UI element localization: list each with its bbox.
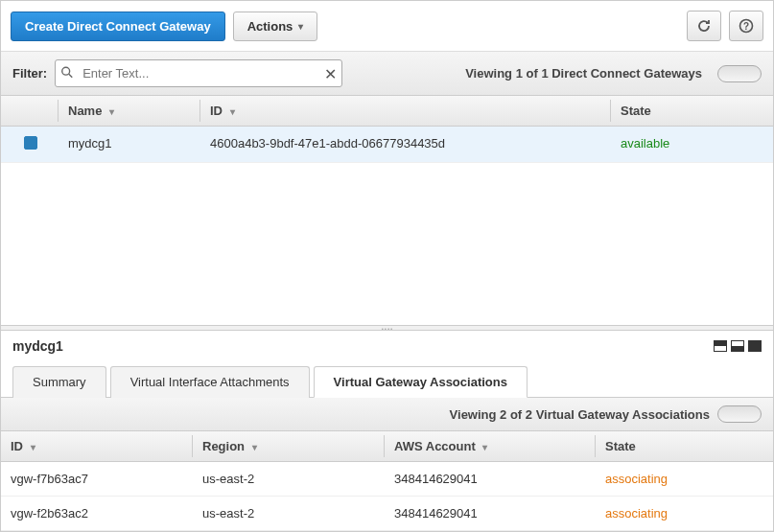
tab-virtual-gateway-associations[interactable]: Virtual Gateway Associations <box>314 366 528 398</box>
row-id: 4600a4b3-9bdf-47e1-abdd-06677934435d <box>200 127 611 162</box>
assoc-row-region: us-east-2 <box>193 462 385 496</box>
layout-bottom-icon[interactable] <box>714 340 727 352</box>
actions-label: Actions <box>247 19 293 34</box>
column-state[interactable]: State <box>611 96 773 126</box>
top-toolbar: Create Direct Connect Gateway Actions ▾ … <box>1 1 773 51</box>
tab-virtual-interface-attachments[interactable]: Virtual Interface Attachments <box>110 366 310 398</box>
table-row[interactable]: vgw-f7b63ac7 us-east-2 348414629041 asso… <box>1 462 773 497</box>
viewing-count: Viewing 1 of 1 Direct Connect Gateways <box>465 66 702 81</box>
assoc-row-state: associating <box>596 497 773 530</box>
assoc-column-region[interactable]: Region ▾ <box>193 431 385 461</box>
table-row[interactable]: vgw-f2b63ac2 us-east-2 348414629041 asso… <box>1 497 773 531</box>
refresh-icon <box>696 18 712 34</box>
assoc-row-region: us-east-2 <box>193 497 385 530</box>
layout-full-icon[interactable] <box>748 340 762 352</box>
sort-icon: ▾ <box>252 442 257 452</box>
gateway-table-header: Name ▾ ID ▾ State <box>1 96 773 127</box>
svg-point-2 <box>62 67 70 75</box>
refresh-button[interactable] <box>687 11 721 41</box>
layout-controls <box>714 340 762 352</box>
association-viewing-count: Viewing 2 of 2 Virtual Gateway Associati… <box>450 407 710 422</box>
filter-bar: Filter: ✕ Viewing 1 of 1 Direct Connect … <box>1 51 773 96</box>
chevron-down-icon: ▾ <box>298 21 303 32</box>
search-icon <box>60 65 74 81</box>
detail-tabs: Summary Virtual Interface Attachments Vi… <box>1 365 773 398</box>
assoc-column-state[interactable]: State <box>596 431 773 461</box>
sort-icon: ▾ <box>31 442 35 452</box>
search-box: ✕ <box>55 59 342 87</box>
association-paging-toggle[interactable] <box>717 405 762 423</box>
assoc-row-id: vgw-f2b63ac2 <box>1 497 193 530</box>
help-button[interactable]: ? <box>729 11 763 41</box>
svg-line-3 <box>69 74 73 78</box>
svg-text:?: ? <box>743 21 749 32</box>
column-checkbox <box>1 96 59 126</box>
gateway-table-body: mydcg1 4600a4b3-9bdf-47e1-abdd-066779344… <box>1 127 773 325</box>
column-id[interactable]: ID ▾ <box>200 96 611 126</box>
paging-toggle[interactable] <box>717 65 762 82</box>
table-row[interactable]: mydcg1 4600a4b3-9bdf-47e1-abdd-066779344… <box>1 127 773 163</box>
assoc-column-id[interactable]: ID ▾ <box>1 431 193 461</box>
layout-top-icon[interactable] <box>731 340 744 352</box>
row-checkbox-cell <box>1 127 59 162</box>
sort-icon: ▾ <box>482 442 487 452</box>
assoc-row-account: 348414629041 <box>385 462 596 496</box>
filter-label: Filter: <box>12 66 47 81</box>
tab-summary[interactable]: Summary <box>12 366 106 398</box>
row-state: available <box>611 127 773 162</box>
association-filter-bar: Viewing 2 of 2 Virtual Gateway Associati… <box>1 398 773 431</box>
actions-button[interactable]: Actions ▾ <box>233 12 318 41</box>
assoc-row-account: 348414629041 <box>385 497 596 530</box>
association-table-body: vgw-f7b63ac7 us-east-2 348414629041 asso… <box>1 462 773 531</box>
assoc-row-id: vgw-f7b63ac7 <box>1 462 193 496</box>
detail-header: mydcg1 <box>1 331 773 361</box>
row-name: mydcg1 <box>59 127 200 162</box>
help-icon: ? <box>739 18 754 34</box>
assoc-column-account[interactable]: AWS Account ▾ <box>385 431 596 461</box>
sort-icon: ▾ <box>230 106 235 117</box>
column-name[interactable]: Name ▾ <box>59 96 200 126</box>
search-input[interactable] <box>55 59 342 87</box>
create-gateway-button[interactable]: Create Direct Connect Gateway <box>11 12 225 41</box>
clear-search-icon[interactable]: ✕ <box>324 64 337 82</box>
app-window: Create Direct Connect Gateway Actions ▾ … <box>0 0 774 532</box>
row-checkbox[interactable] <box>24 136 37 150</box>
assoc-row-state: associating <box>596 462 773 496</box>
association-table-header: ID ▾ Region ▾ AWS Account ▾ State <box>1 431 773 462</box>
detail-title: mydcg1 <box>12 338 63 354</box>
sort-icon: ▾ <box>109 106 114 117</box>
